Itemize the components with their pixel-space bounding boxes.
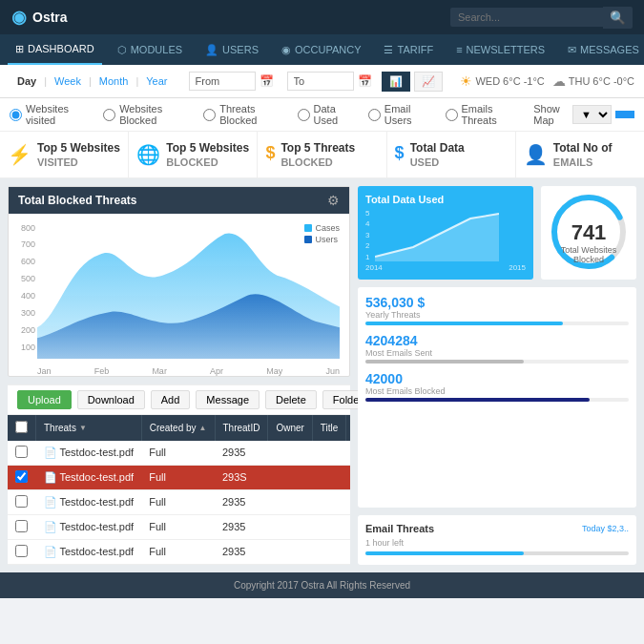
table-row[interactable]: 📄Testdoc-test.pdf Full 2935 ⬇ Administra… [8,489,350,514]
row-type-0: Full [141,441,215,466]
person-icon: 👤 [524,143,548,166]
stat-progress-2 [365,360,629,364]
stat-title-1: Top 5 Websites [37,141,120,156]
bar-chart-btn[interactable]: 📊 [382,72,410,92]
nav-item-newsletters[interactable]: ≡ NEWSLETTERS [448,34,552,65]
th-created-by: Created by ▲ [141,415,215,441]
period-year[interactable]: Year [138,71,175,92]
th-title: Title [312,415,346,441]
bolt-icon: ⚡ [8,143,31,166]
row-file-2: 📄Testdoc-test.pdf [36,489,142,514]
map-dropdown[interactable]: ▼ [572,105,612,124]
email-threats-header: Email Threats Today $2,3.. [365,523,629,534]
show-map-control: Show Map ▼ [533,103,634,126]
stat-card-threats-blocked[interactable]: $ Top 5 Threats BLOCKED [258,132,386,177]
circle-number: 741 [549,220,629,245]
table-row[interactable]: 📄Testdoc-test.pdf Full 293S ⬇ Administra… [8,465,350,489]
radio-emails-threats[interactable]: Emails Threats [446,103,521,126]
row-checkbox-1[interactable] [15,470,28,483]
radio-email-users[interactable]: Email Users [368,103,432,126]
chart-type-btns: 📊 📈 [382,72,443,92]
email-threats-title: Email Threats [365,523,434,534]
date-to-input[interactable] [287,72,354,91]
nav-item-tariff[interactable]: ☰ TARIFF [376,34,441,65]
row-type-1: Full [141,465,215,489]
nav-item-occupancy[interactable]: ◉ OCCUPANCY [274,34,368,65]
weather-thu-temp: 6°C -0°C [592,75,634,87]
email-threats-box: Email Threats Today $2,3.. 1 hour left [358,515,636,565]
th-threatid: ThreatID [215,415,268,441]
nav-item-users[interactable]: 👤 USERS [197,34,266,65]
weather-wed-label: WED [475,75,500,87]
row-id-2: 2935 [215,489,268,514]
radio-data-used[interactable]: Data Used [298,103,355,126]
table-row[interactable]: 📄Testdoc-test.pdf Full 2935 ⬇ Administra… [8,441,350,466]
radio-threats-blocked[interactable]: Threats Blocked [203,103,283,126]
period-month[interactable]: Month [92,71,136,92]
nav-item-messages[interactable]: ✉ MESSAGES [560,34,644,65]
stat-card-websites-visited[interactable]: ⚡ Top 5 Websites VISITED [0,132,129,177]
period-week[interactable]: Week [47,71,89,92]
footer-text: Copyright 2017 Ostra All Rights Reserved [234,580,410,591]
radio-websites-visited[interactable]: Websites visited [10,103,90,126]
stat-value-2: 4204284 [365,333,629,348]
row-checkbox-0[interactable] [15,446,28,458]
data-x-2014: 2014 [365,263,383,272]
delete-button[interactable]: Delete [265,390,317,409]
table-row[interactable]: 📄Testdoc-test.pdf Full 2935 ⬇ Administra… [8,539,350,564]
threats-table: Threats ▼ Created by ▲ ThreatID Owner Ti… [8,415,350,565]
row-owner-0 [268,441,312,466]
cloud-icon: ☁ [552,73,566,89]
map-toggle-btn[interactable] [615,111,634,118]
chart-svg [37,223,340,359]
stat-title-2: Top 5 Websites [166,141,249,156]
stat-card-websites-blocked[interactable]: 🌐 Top 5 Websites BLOCKED [129,132,258,177]
circle-label: Total Websites Blocked [549,245,629,264]
stat-row-1: 536,030 $ Yearly Threats [365,295,629,325]
download-button[interactable]: Download [77,390,145,409]
header-search: 🔍 [450,7,633,29]
file-icon-0: 📄 [44,447,57,458]
svg-marker-0 [375,214,499,261]
period-day[interactable]: Day [10,71,44,92]
radio-websites-blocked[interactable]: Websites Blocked [103,103,190,126]
select-all-checkbox[interactable] [15,421,28,433]
row-checkbox-2[interactable] [15,495,28,508]
logo-text: Ostra [32,10,68,25]
date-toolbar: Day | Week | Month | Year 📅 📅 📊 📈 ☀ WED … [0,65,644,98]
add-button[interactable]: Add [151,390,191,409]
chart-settings-icon[interactable]: ⚙ [327,193,340,208]
date-to: 📅 [287,72,372,91]
stat-progress-fill-3 [365,398,590,402]
right-top-row: Total Data Used 5 4 3 2 1 2014 [358,186,636,280]
email-threats-bar [365,551,629,555]
stat-label-3: Most Emails Blocked [365,386,629,396]
row-owner-1 [268,465,312,489]
table-row[interactable]: 📄Testdoc-test.pdf Full 2935 ⬇ Administra… [8,514,350,539]
th-threats: Threats ▼ [36,415,142,441]
row-checkbox-4[interactable] [15,545,28,557]
filter-radio-bar: Websites visited Websites Blocked Threat… [0,98,644,132]
stat-card-emails[interactable]: 👤 Total No of EMAILS [516,132,644,177]
stat-card-data-used[interactable]: $ Total Data USED [387,132,516,177]
stat-value-3: 42000 [365,371,629,386]
weather-widget: ☀ WED 6°C -1°C ☁ THU 6°C -0°C [460,73,634,89]
search-button[interactable]: 🔍 [603,7,633,29]
nav-item-modules[interactable]: ⬡ MODULES [110,34,190,65]
upload-button[interactable]: Upload [17,390,72,409]
email-threats-bar-fill [365,551,524,555]
file-icon-2: 📄 [44,496,57,508]
stat-title-3: Top 5 Threats [280,141,355,156]
footer: Copyright 2017 Ostra All Rights Reserved [0,572,644,598]
data-used-title: Total Data Used [365,194,526,205]
calendar-icon: 📅 [260,74,274,88]
globe-icon: 🌐 [136,143,160,166]
search-input[interactable] [450,8,603,27]
message-button[interactable]: Message [196,390,260,409]
date-from-input[interactable] [189,72,256,91]
nav-item-dashboard[interactable]: ⊞ DASHBOARD [8,34,102,65]
nav-label-modules: MODULES [131,44,182,55]
line-chart-btn[interactable]: 📈 [414,72,443,92]
row-checkbox-3[interactable] [15,520,28,532]
circle-stat-box: 741 Total Websites Blocked [541,186,636,280]
